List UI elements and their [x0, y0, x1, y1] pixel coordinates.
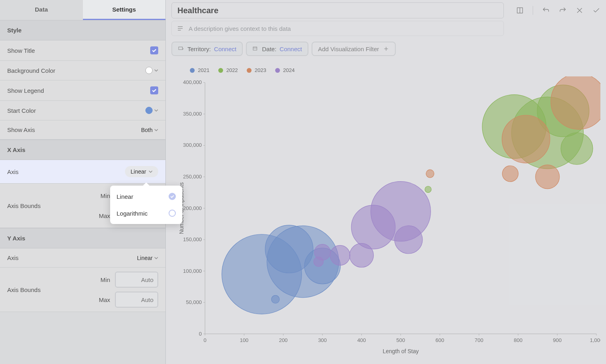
dropdown-option-linear[interactable]: Linear — [110, 188, 182, 205]
bg-color-picker[interactable] — [145, 67, 158, 74]
select-y-axis-value: Linear — [137, 255, 153, 261]
checkbox-show-legend[interactable] — [150, 86, 158, 94]
label-y-min: Min — [97, 276, 110, 283]
row-x-axis-scale: Axis Linear — [0, 160, 165, 184]
svg-text:0: 0 — [199, 331, 202, 337]
bubble-point[interactable] — [502, 115, 550, 163]
axis-scale-dropdown: Linear Logarithmic — [110, 186, 182, 224]
main-panel: A description gives context to this data… — [166, 0, 606, 364]
option-linear-label: Linear — [117, 193, 133, 200]
legend-dot-icon — [247, 68, 252, 73]
label-x-max: Max — [97, 212, 110, 219]
filter-date-connect[interactable]: Connect — [280, 46, 302, 52]
title-input[interactable] — [171, 2, 504, 18]
svg-rect-7 — [179, 47, 182, 50]
label-y-max: Max — [97, 296, 110, 303]
tab-data[interactable]: Data — [0, 0, 83, 20]
legend-item[interactable]: 2023 — [247, 67, 266, 73]
filter-date: Date: Connect — [246, 42, 308, 56]
row-show-legend: Show Legend — [0, 80, 165, 101]
description-input[interactable]: A description gives context to this data — [171, 21, 504, 36]
section-x-axis: X Axis — [0, 140, 165, 160]
label-x-bounds: Axis Bounds — [7, 202, 40, 209]
bubble-point[interactable] — [351, 205, 395, 249]
separator — [533, 6, 533, 15]
svg-text:600: 600 — [435, 337, 444, 343]
sidebar-tabs: Data Settings — [0, 0, 165, 20]
row-start-color: Start Color — [0, 101, 165, 120]
checkbox-show-title[interactable] — [150, 46, 158, 54]
label-x-min: Min — [97, 192, 110, 199]
bubble-point[interactable] — [330, 245, 350, 265]
bubble-point[interactable] — [395, 226, 423, 254]
grid-icon[interactable] — [516, 6, 524, 14]
redo-icon[interactable] — [559, 6, 567, 14]
input-y-max[interactable] — [115, 292, 158, 308]
legend-item[interactable]: 2022 — [218, 67, 238, 73]
legend-label: 2022 — [226, 67, 238, 73]
bubble-point[interactable] — [561, 132, 593, 164]
svg-text:300,000: 300,000 — [183, 142, 202, 148]
legend-item[interactable]: 2024 — [275, 67, 295, 73]
label-bg-color: Background Color — [7, 67, 55, 74]
start-color-picker[interactable] — [145, 107, 158, 114]
add-filter-button[interactable]: Add Visualization Filter — [312, 42, 396, 56]
tab-settings[interactable]: Settings — [83, 0, 166, 20]
input-y-min[interactable] — [115, 272, 158, 288]
select-x-axis-scale[interactable]: Linear — [125, 166, 158, 177]
svg-text:0: 0 — [203, 337, 206, 343]
bubble-chart: 050,000100,000150,000200,000250,000300,0… — [177, 76, 600, 360]
bubble-point[interactable] — [314, 257, 323, 266]
legend-item[interactable]: 2021 — [190, 67, 209, 73]
row-y-axis-scale: Axis Linear — [0, 248, 165, 268]
label-y-bounds: Axis Bounds — [7, 286, 40, 293]
filter-territory-connect[interactable]: Connect — [214, 46, 236, 52]
svg-text:400: 400 — [357, 337, 366, 343]
select-show-axis[interactable]: Both — [141, 127, 158, 133]
add-filter-label: Add Visualization Filter — [318, 46, 379, 52]
bubble-point[interactable] — [536, 165, 560, 189]
svg-text:500: 500 — [397, 337, 405, 343]
description-placeholder: A description gives context to this data — [189, 25, 291, 32]
svg-text:200,000: 200,000 — [183, 205, 202, 211]
swatch-circle-icon — [145, 67, 153, 74]
svg-text:100,000: 100,000 — [183, 268, 202, 274]
svg-text:250,000: 250,000 — [183, 174, 202, 180]
chart-legend: 2021202220232024 — [190, 67, 600, 73]
svg-text:1,000: 1,000 — [590, 337, 600, 343]
close-icon[interactable] — [576, 6, 584, 14]
chevron-down-icon — [154, 256, 158, 260]
chevron-down-icon — [154, 108, 158, 112]
legend-label: 2024 — [283, 67, 295, 73]
chart-area: 050,000100,000150,000200,000250,000300,0… — [177, 76, 600, 360]
filter-territory-label: Territory: — [187, 46, 211, 52]
bubble-point[interactable] — [426, 170, 434, 178]
chevron-down-icon — [154, 128, 158, 132]
legend-dot-icon — [218, 68, 223, 73]
dropdown-option-log[interactable]: Logarithmic — [110, 205, 182, 222]
bubble-point[interactable] — [502, 166, 518, 182]
legend-label: 2021 — [198, 67, 209, 73]
confirm-icon[interactable] — [592, 6, 600, 14]
bubble-point[interactable] — [272, 295, 280, 303]
label-show-legend: Show Legend — [7, 87, 44, 94]
plus-icon — [383, 46, 389, 52]
radio-selected-icon — [169, 193, 176, 200]
calendar-icon — [252, 46, 259, 52]
legend-dot-icon — [275, 68, 280, 73]
select-x-axis-value: Linear — [131, 168, 146, 175]
bubble-point[interactable] — [350, 243, 374, 267]
label-show-title: Show Title — [7, 47, 35, 54]
select-show-axis-value: Both — [141, 127, 153, 133]
filter-date-label: Date: — [262, 46, 276, 52]
select-y-axis-scale[interactable]: Linear — [137, 255, 158, 261]
swatch-circle-icon — [145, 107, 153, 114]
bubble-point[interactable] — [425, 186, 431, 192]
description-icon — [177, 25, 184, 32]
legend-label: 2023 — [255, 67, 266, 73]
title-actions — [516, 6, 600, 15]
svg-text:900: 900 — [553, 337, 562, 343]
row-show-title: Show Title — [0, 40, 165, 61]
svg-text:700: 700 — [475, 337, 483, 343]
undo-icon[interactable] — [542, 6, 550, 14]
